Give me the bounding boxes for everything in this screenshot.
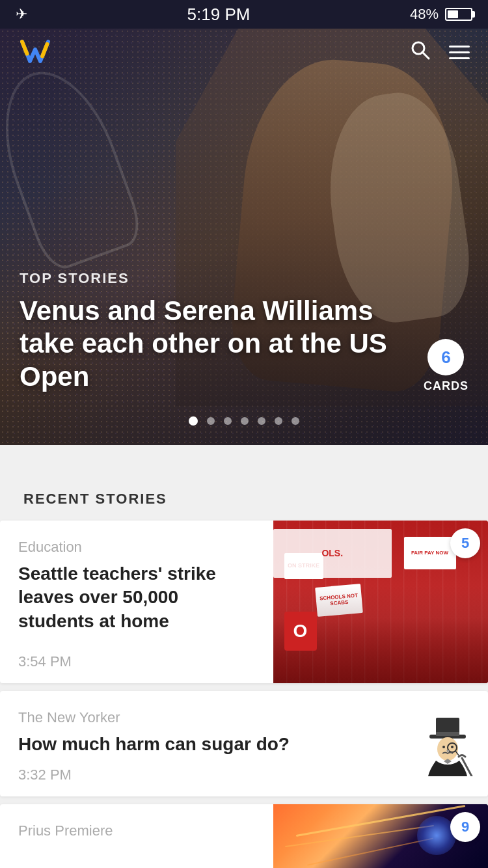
app-logo[interactable] xyxy=(18,39,52,65)
hero-category: TOP STORIES xyxy=(20,270,468,287)
banner: OLS. xyxy=(273,529,392,578)
logo-svg xyxy=(18,39,52,65)
svg-rect-4 xyxy=(436,732,459,736)
cards-count: 6 xyxy=(427,339,464,375)
hero-dots xyxy=(0,416,488,426)
svg-point-8 xyxy=(451,746,454,748)
status-right: 48% xyxy=(410,6,472,23)
story-card-seattle[interactable]: Education Seattle teachers' strike leave… xyxy=(0,521,488,683)
hero-title: Venus and Serena Williams take each othe… xyxy=(20,295,397,393)
battery-percentage: 48% xyxy=(410,6,439,23)
dot-2[interactable] xyxy=(207,417,215,425)
spacer xyxy=(0,445,488,471)
airplane-icon: ✈ xyxy=(16,6,27,23)
dot-3[interactable] xyxy=(224,417,232,425)
section-title: RECENT STORIES xyxy=(23,491,465,508)
story-image-seattle: ON STRIKE SCHOOLS NOT SCABS FAIR PAY NOW… xyxy=(273,521,488,683)
svg-line-1 xyxy=(422,52,429,59)
story-card-content-newyorker: The New Yorker How much harm can sugar d… xyxy=(0,691,403,796)
story-card-prius[interactable]: Prius Premiere 9 xyxy=(0,804,488,868)
status-left: ✈ xyxy=(16,6,27,23)
prius-image: 9 xyxy=(273,804,488,868)
status-time: 5:19 PM xyxy=(187,5,251,25)
svg-point-9 xyxy=(442,746,445,748)
dot-7[interactable] xyxy=(291,417,299,425)
red-sign: O xyxy=(284,612,317,651)
story-badge-seattle: 5 xyxy=(450,528,480,558)
search-icon xyxy=(410,40,431,61)
story-card-content-seattle: Education Seattle teachers' strike leave… xyxy=(0,521,273,683)
story-source-prius: Prius Premiere xyxy=(18,822,255,839)
story-time-newyorker: 3:32 PM xyxy=(18,766,385,783)
dot-1[interactable] xyxy=(189,416,198,426)
menu-button[interactable] xyxy=(449,46,470,59)
story-card-newyorker[interactable]: The New Yorker How much harm can sugar d… xyxy=(0,691,488,796)
hero-content: TOP STORIES Venus and Serena Williams ta… xyxy=(20,270,468,393)
story-source-seattle: Education xyxy=(18,539,255,556)
strike-sign-3: FAIR PAY NOW xyxy=(404,537,456,569)
hero-section: TOP STORIES Venus and Serena Williams ta… xyxy=(0,29,488,445)
hero-navbar xyxy=(0,29,488,75)
battery-bar xyxy=(445,8,472,21)
battery-fill xyxy=(448,10,458,18)
status-bar: ✈ 5:19 PM 48% xyxy=(0,0,488,29)
blue-light xyxy=(417,816,456,855)
story-source-newyorker: The New Yorker xyxy=(18,709,385,726)
search-button[interactable] xyxy=(410,40,431,65)
section-header: RECENT STORIES xyxy=(0,471,488,521)
story-card-content-prius: Prius Premiere xyxy=(0,804,273,868)
story-icon-newyorker xyxy=(403,691,488,796)
hamburger-line-1 xyxy=(449,46,470,47)
story-title-seattle: Seattle teachers' strike leaves over 50,… xyxy=(18,562,255,633)
hamburger-line-3 xyxy=(449,57,470,59)
hamburger-line-2 xyxy=(449,51,470,53)
dot-4[interactable] xyxy=(241,417,249,425)
hero-icons xyxy=(410,40,470,65)
dot-5[interactable] xyxy=(258,417,265,425)
cards-label: CARDS xyxy=(424,379,468,393)
story-time-seattle: 3:54 PM xyxy=(18,653,255,670)
main-content: RECENT STORIES Education Seattle teacher… xyxy=(0,445,488,868)
cards-badge[interactable]: 6 CARDS xyxy=(424,339,468,393)
newyorker-icon-svg xyxy=(416,711,475,776)
dot-6[interactable] xyxy=(275,417,282,425)
story-title-newyorker: How much harm can sugar do? xyxy=(18,733,385,756)
